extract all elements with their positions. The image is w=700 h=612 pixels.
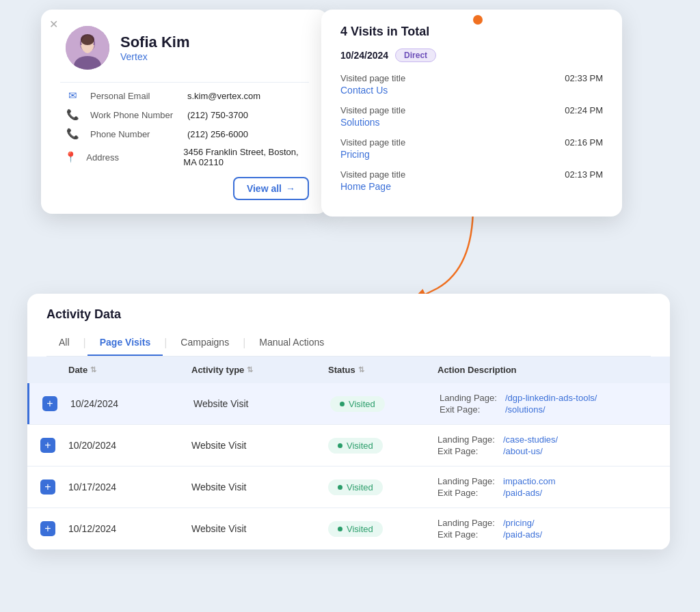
exit-link-0[interactable]: /solutions/: [505, 404, 546, 415]
status-badge-3: Visited: [328, 521, 383, 537]
exit-link-1[interactable]: /about-us/: [503, 446, 543, 456]
sort-icon-type: ⇅: [247, 365, 253, 374]
visit-page-label: Visited page title: [340, 169, 405, 180]
th-date: Date ⇅: [68, 365, 191, 375]
arrow-right-icon: →: [286, 183, 295, 194]
visit-page-link[interactable]: Solutions: [340, 117, 405, 128]
table-row-wrapper-1: + 10/20/2024 Website Visit Visited Landi…: [27, 425, 670, 467]
activity-header: Activity Data All | Page Visits | Campai…: [27, 294, 670, 357]
work-phone-label: Work Phone Number: [90, 110, 179, 120]
visit-entry-2: Visited page title Pricing 02:16 PM: [340, 137, 603, 160]
cell-status-1: Visited: [328, 438, 438, 454]
table-row-wrapper-3: + 10/12/2024 Website Visit Visited Landi…: [27, 508, 670, 550]
visit-entry-0: Visited page title Contact Us 02:33 PM: [340, 73, 603, 96]
address-value: 3456 Franklin Street, Boston, MA 02110: [183, 147, 309, 167]
action-desc-0: Landing Page: /dgp-linkedin-ads-tools/ E…: [440, 393, 670, 415]
action-landing-row-3: Landing Page: /pricing/: [438, 518, 670, 528]
phone-icon: 📞: [63, 128, 82, 140]
tab-divider-3: |: [241, 337, 247, 349]
status-label-3: Visited: [347, 524, 373, 534]
close-button[interactable]: ✕: [49, 18, 58, 31]
exit-label-3: Exit Page:: [438, 529, 499, 540]
view-all-button[interactable]: View all →: [233, 177, 309, 200]
visit-time: 02:13 PM: [565, 169, 603, 180]
action-exit-row-0: Exit Page: /solutions/: [440, 404, 670, 415]
action-desc-3: Landing Page: /pricing/ Exit Page: /paid…: [438, 518, 670, 540]
action-exit-row-3: Exit Page: /paid-ads/: [438, 529, 670, 540]
tabs-row: All | Page Visits | Campaigns | Manual A…: [46, 331, 651, 357]
view-all-label: View all: [247, 183, 282, 194]
activity-title: Activity Data: [46, 307, 651, 322]
work-phone-value: (212) 750-3700: [187, 110, 248, 120]
action-desc-1: Landing Page: /case-studies/ Exit Page: …: [438, 434, 670, 456]
visit-entry-3: Visited page title Home Page 02:13 PM: [340, 169, 603, 192]
table-row: + 10/24/2024 Website Visit Visited Landi…: [27, 383, 670, 424]
cell-type-0: Website Visit: [193, 398, 330, 409]
cell-status-0: Visited: [330, 396, 440, 412]
plus-icon-0[interactable]: +: [42, 396, 57, 411]
status-label-2: Visited: [347, 482, 373, 492]
th-status: Status ⇅: [328, 365, 438, 375]
visit-page-label: Visited page title: [340, 137, 405, 148]
exit-link-2[interactable]: /paid-ads/: [503, 488, 542, 498]
cell-status-3: Visited: [328, 521, 438, 537]
plus-icon-3[interactable]: +: [40, 521, 55, 536]
visits-popup: 4 Visits in Total 10/24/2024 Direct Visi…: [321, 10, 622, 217]
landing-label-3: Landing Page:: [438, 518, 499, 528]
table-row-wrapper-2: + 10/17/2024 Website Visit Visited Landi…: [27, 467, 670, 508]
landing-link-0[interactable]: /dgp-linkedin-ads-tools/: [505, 393, 597, 403]
email-row: ✉ Personal Email s.kim@vertex.com: [63, 89, 309, 102]
plus-icon-2[interactable]: +: [40, 479, 55, 495]
visit-time: 02:16 PM: [565, 137, 603, 148]
sort-icon-status: ⇅: [358, 365, 364, 374]
visit-date-row: 10/24/2024 Direct: [340, 48, 603, 62]
work-phone-row: 📞 Work Phone Number (212) 750-3700: [63, 109, 309, 121]
plus-icon-1[interactable]: +: [40, 438, 55, 453]
action-desc-2: Landing Page: impactio.com Exit Page: /p…: [438, 476, 670, 498]
table-row-wrapper-0: + 10/24/2024 Website Visit Visited Landi…: [27, 383, 670, 425]
address-label: Address: [86, 152, 175, 163]
contact-header: Sofia Kim Vertex: [60, 26, 309, 70]
work-phone-icon: 📞: [63, 109, 82, 121]
contact-info: Sofia Kim Vertex: [120, 33, 189, 62]
tab-page-visits[interactable]: Page Visits: [88, 331, 163, 356]
expand-btn-0[interactable]: +: [29, 396, 70, 411]
cell-type-3: Website Visit: [191, 523, 328, 534]
exit-label-2: Exit Page:: [438, 488, 499, 498]
expand-btn-2[interactable]: +: [27, 479, 68, 495]
exit-link-3[interactable]: /paid-ads/: [503, 529, 542, 540]
cell-status-2: Visited: [328, 479, 438, 495]
visit-page-link[interactable]: Pricing: [340, 149, 405, 160]
status-badge-0: Visited: [330, 396, 385, 412]
table-body: + 10/24/2024 Website Visit Visited Landi…: [27, 383, 670, 550]
visit-page-label: Visited page title: [340, 105, 405, 115]
expand-btn-3[interactable]: +: [27, 521, 68, 536]
cell-date-2: 10/17/2024: [68, 482, 191, 492]
email-value: s.kim@vertex.com: [187, 91, 260, 101]
action-exit-row-2: Exit Page: /paid-ads/: [438, 488, 670, 498]
tab-all[interactable]: All: [46, 331, 82, 356]
contact-details: ✉ Personal Email s.kim@vertex.com 📞 Work…: [60, 89, 309, 167]
svg-point-4: [81, 34, 94, 45]
th-type: Activity type ⇅: [191, 365, 328, 375]
visit-page-link[interactable]: Contact Us: [340, 85, 405, 96]
status-label-1: Visited: [347, 441, 373, 451]
phone-value: (212) 256-6000: [187, 129, 248, 139]
avatar: [66, 26, 109, 70]
action-exit-row-1: Exit Page: /about-us/: [438, 446, 670, 456]
divider: [60, 82, 309, 83]
contact-card: ✕ Sofia Kim Vertex ✉ Personal Email s.ki…: [41, 10, 328, 214]
expand-btn-1[interactable]: +: [27, 438, 68, 453]
tab-campaigns[interactable]: Campaigns: [168, 331, 241, 356]
landing-link-3[interactable]: /pricing/: [503, 518, 535, 528]
cell-date-1: 10/20/2024: [68, 440, 191, 451]
visit-page-link[interactable]: Home Page: [340, 181, 405, 192]
tab-manual-actions[interactable]: Manual Actions: [247, 331, 336, 356]
exit-label-0: Exit Page:: [440, 404, 501, 415]
status-badge-1: Visited: [328, 438, 383, 454]
contact-company: Vertex: [120, 51, 189, 62]
status-dot-2: [338, 485, 342, 490]
landing-link-2[interactable]: impactio.com: [503, 476, 556, 486]
action-landing-row-1: Landing Page: /case-studies/: [438, 434, 670, 445]
landing-link-1[interactable]: /case-studies/: [503, 434, 558, 445]
